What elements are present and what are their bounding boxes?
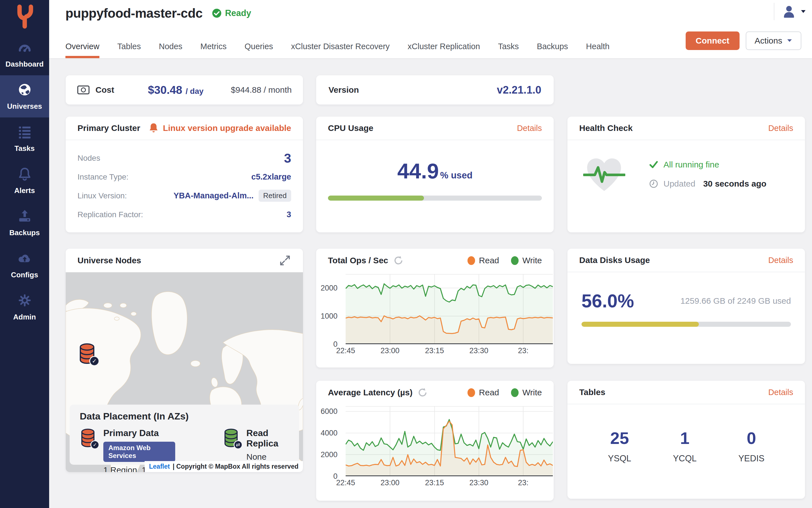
sidebar: Dashboard Universes Tasks Alerts Backups — [0, 0, 49, 508]
refresh-icon[interactable] — [393, 255, 403, 265]
task-list-icon — [17, 124, 32, 140]
version-value: v2.21.1.0 — [497, 84, 541, 96]
tab-metrics[interactable]: Metrics — [200, 35, 227, 58]
sidebar-item-universes[interactable]: Universes — [0, 75, 49, 118]
disk-usage-text: 1259.66 GB of 2249 GB used — [680, 296, 791, 306]
health-updated-line: Updated30 seconds ago — [650, 179, 766, 188]
total-ops-card: Total Ops / Sec Read Write 010002000 22:… — [316, 249, 554, 368]
tables-details-link[interactable]: Details — [768, 388, 793, 397]
card-title: Primary Cluster — [78, 123, 140, 133]
read-replica-label: Read Replica — [246, 428, 289, 449]
legend-write: Write — [511, 388, 542, 397]
sidebar-item-backups[interactable]: Backups — [0, 202, 49, 244]
tab-health[interactable]: Health — [586, 35, 610, 58]
retired-badge: Retired — [258, 189, 291, 202]
world-map[interactable]: ✓ Data Placement (In AZs) ✓ Primary Data… — [66, 272, 303, 472]
tab-xcluster-dr[interactable]: xCluster Disaster Recovery — [291, 35, 390, 58]
cost-per-day: $30.48 — [148, 84, 182, 96]
health-details-link[interactable]: Details — [768, 124, 793, 133]
card-title: Tables — [579, 387, 605, 397]
tables-card: Tables Details 25 YSQL 1 YCQL 0 YEDIS — [567, 381, 805, 499]
backup-upload-icon — [17, 209, 32, 224]
card-title: Health Check — [579, 123, 633, 133]
data-placement-title: Data Placement (In AZs) — [80, 411, 289, 422]
total-ops-chart: 010002000 22:4523:0023:1523:3023: — [316, 274, 554, 358]
legend-write: Write — [511, 256, 542, 265]
provider-badge: Amazon Web Services — [103, 442, 175, 462]
universe-nodes-card: Universe Nodes — [66, 249, 303, 472]
cluster-row-instance-type: Instance Type: c5.2xlarge — [78, 167, 291, 186]
sidebar-item-label: Backups — [9, 228, 40, 237]
avg-latency-card: Average Latency (µs) Read Write 02000400… — [316, 381, 554, 501]
cost-per-month: $944.88 / month — [231, 85, 292, 95]
tab-backups[interactable]: Backups — [537, 35, 568, 58]
cpu-percent-unit: % used — [440, 170, 473, 180]
dashboard-icon — [17, 40, 32, 56]
data-disks-card: Data Disks Usage Details 56.0% 1259.66 G… — [567, 249, 805, 364]
tables-yedis: 0 YEDIS — [738, 428, 765, 464]
version-label: Version — [329, 85, 359, 95]
tab-overview[interactable]: Overview — [65, 35, 99, 58]
tab-tables[interactable]: Tables — [117, 35, 141, 58]
sidebar-item-admin[interactable]: Admin — [0, 286, 49, 328]
health-status-line: All running fine — [650, 160, 766, 169]
cluster-row-replication-factor: Replication Factor: 3 — [78, 205, 291, 224]
user-menu-caret-icon[interactable] — [801, 10, 806, 13]
read-replica-value: None — [246, 452, 289, 462]
upgrade-alert[interactable]: Linux version upgrade available — [149, 123, 291, 133]
tab-xcluster-replication[interactable]: xCluster Replication — [408, 35, 480, 58]
primary-cluster-card: Primary Cluster Linux version upgrade av… — [66, 117, 303, 232]
card-title: Data Disks Usage — [579, 255, 650, 265]
map-attribution: Leaflet | Copyright © MapBox All rights … — [145, 461, 303, 472]
check-icon — [650, 161, 658, 168]
x-axis-labels: 22:4523:0023:1523:3023: — [346, 477, 554, 489]
sidebar-item-alerts[interactable]: Alerts — [0, 160, 49, 202]
attribution-text: | Copyright © MapBox All rights reserved — [173, 463, 298, 470]
cost-card: Cost $30.48 / day $944.88 / month — [66, 75, 303, 104]
x-axis-labels: 22:4523:0023:1523:3023: — [346, 345, 554, 356]
chevron-down-icon — [787, 39, 792, 43]
gear-icon — [17, 293, 32, 309]
divider — [774, 3, 774, 20]
y-axis-labels: 0200040006000 — [316, 406, 341, 476]
cluster-row-nodes: Nodes 3 — [78, 149, 291, 167]
globe-icon — [17, 82, 32, 98]
tab-queries[interactable]: Queries — [245, 35, 273, 58]
user-avatar-icon[interactable] — [782, 4, 796, 19]
chart-legend: Read Write — [468, 256, 542, 265]
cpu-details-link[interactable]: Details — [517, 124, 542, 133]
version-card: Version v2.21.1.0 — [316, 75, 554, 104]
cpu-usage-card: CPU Usage Details 44.9 % used — [316, 117, 554, 232]
yugabyte-logo-icon[interactable] — [0, 0, 49, 33]
cpu-percent-value: 44.9 — [397, 159, 439, 183]
cost-per-day-unit: / day — [186, 87, 203, 96]
sidebar-item-label: Admin — [13, 313, 36, 322]
health-updated-ago: 30 seconds ago — [703, 179, 766, 188]
expand-icon[interactable] — [279, 254, 291, 267]
check-badge-icon: ✓ — [89, 356, 99, 366]
disks-details-link[interactable]: Details — [768, 256, 793, 265]
tab-nodes[interactable]: Nodes — [159, 35, 183, 58]
tables-ysql: 25 YSQL — [608, 428, 631, 464]
sidebar-item-configs[interactable]: Configs — [0, 244, 49, 286]
leaflet-link[interactable]: Leaflet — [149, 463, 170, 470]
cluster-row-linux-version: Linux Version: YBA-Managed-Alm...Retired — [78, 186, 291, 205]
money-icon — [77, 85, 90, 95]
connect-button[interactable]: Connect — [686, 32, 739, 50]
sidebar-item-dashboard[interactable]: Dashboard — [0, 33, 49, 75]
tab-tasks[interactable]: Tasks — [498, 35, 519, 58]
sidebar-item-tasks[interactable]: Tasks — [0, 118, 49, 160]
app-screen: Dashboard Universes Tasks Alerts Backups — [0, 0, 812, 508]
universe-title: puppyfood-master-cdc — [65, 6, 202, 21]
disk-percent: 56.0% — [581, 290, 634, 311]
actions-dropdown-button[interactable]: Actions — [746, 32, 801, 50]
card-title: Universe Nodes — [78, 256, 141, 265]
tables-ycql: 1 YCQL — [673, 428, 697, 464]
primary-node-map-marker[interactable]: ✓ — [78, 342, 96, 365]
data-placement-overlay: Data Placement (In AZs) ✓ Primary Data A… — [69, 405, 299, 465]
plot-area — [346, 274, 553, 344]
sidebar-item-label: Configs — [11, 270, 38, 279]
chart-legend: Read Write — [468, 388, 542, 397]
refresh-icon[interactable] — [418, 387, 428, 397]
page-header: puppyfood-master-cdc Ready Overview Tabl… — [49, 0, 812, 58]
